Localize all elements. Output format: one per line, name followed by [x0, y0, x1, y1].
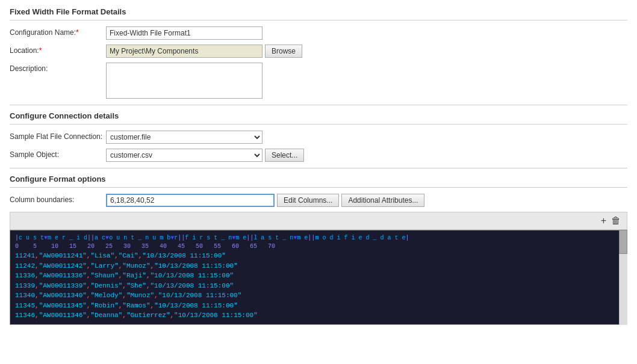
data-viewer[interactable]: |c u s t▼m e r _ i d||a c▼o u n t _ n u …: [10, 230, 627, 325]
config-name-row: Configuration Name:*: [10, 26, 627, 40]
column-boundaries-row: Column boundaries: Edit Columns... Addit…: [10, 194, 627, 207]
edit-columns-button[interactable]: Edit Columns...: [277, 194, 339, 207]
config-name-input[interactable]: [106, 26, 263, 40]
divider-1: [10, 105, 627, 105]
data-rows: 11241,"AW00011241","Lisa","Cai","10/13/2…: [15, 251, 622, 321]
table-row: 11241,"AW00011241","Lisa","Cai","10/13/2…: [15, 251, 622, 261]
table-row: 11340,"AW00011340","Melody","Munoz","10/…: [15, 291, 622, 301]
sample-object-label: Sample Object:: [10, 149, 106, 159]
description-label: Description:: [10, 63, 106, 73]
browse-button[interactable]: Browse: [265, 45, 302, 58]
divider-2: [10, 168, 627, 168]
description-row: Description:: [10, 63, 627, 99]
config-name-label: Configuration Name:*: [10, 26, 106, 37]
flat-file-label: Sample Flat File Connection:: [10, 131, 106, 141]
sample-object-select[interactable]: customer.csv: [106, 149, 263, 162]
scrollbar-thumb[interactable]: [619, 230, 627, 254]
delete-button[interactable]: 🗑: [609, 215, 623, 226]
column-boundaries-input[interactable]: [106, 194, 275, 207]
column-boundaries-label: Column boundaries:: [10, 194, 106, 204]
scrollbar-track[interactable]: [619, 230, 627, 325]
additional-attributes-button[interactable]: Additional Attributes...: [341, 194, 424, 207]
select-button[interactable]: Select...: [265, 149, 304, 162]
toolbar: + 🗑: [10, 212, 627, 230]
table-row: 11345,"AW00011345","Robin","Ramos","10/1…: [15, 301, 622, 311]
flat-file-select[interactable]: customer.file: [106, 131, 263, 144]
sample-object-row: Sample Object: customer.csv Select...: [10, 149, 627, 162]
location-input[interactable]: [106, 45, 263, 58]
section-title-details: Fixed Width File Format Details: [10, 7, 627, 20]
location-label: Location:*: [10, 45, 106, 55]
main-container: Fixed Width File Format Details Configur…: [0, 0, 637, 364]
location-row: Location:* Browse: [10, 45, 627, 58]
table-row: 11346,"AW00011346","Deanna","Gutierrez",…: [15, 310, 622, 321]
ruler-header: |c u s t▼m e r _ i d||a c▼o u n t _ n u …: [15, 234, 622, 242]
description-input[interactable]: [106, 63, 263, 99]
table-row: 11242,"AW00011242","Larry","Munoz","10/1…: [15, 261, 622, 271]
table-row: 11339,"AW00011339","Dennis","She","10/13…: [15, 281, 622, 291]
ruler-numbers: 0 5 10 15 20 25 30 35 40 45 50 55 60 65 …: [15, 242, 622, 251]
data-viewer-wrapper: |c u s t▼m e r _ i d||a c▼o u n t _ n u …: [10, 230, 627, 325]
table-row: 11336,"AW00011336","Shaun","Raji","10/13…: [15, 271, 622, 281]
add-button[interactable]: +: [598, 215, 609, 226]
flat-file-connection-row: Sample Flat File Connection: customer.fi…: [10, 131, 627, 144]
section-title-connection: Configure Connection details: [10, 111, 627, 125]
section-title-format: Configure Format options: [10, 174, 627, 188]
